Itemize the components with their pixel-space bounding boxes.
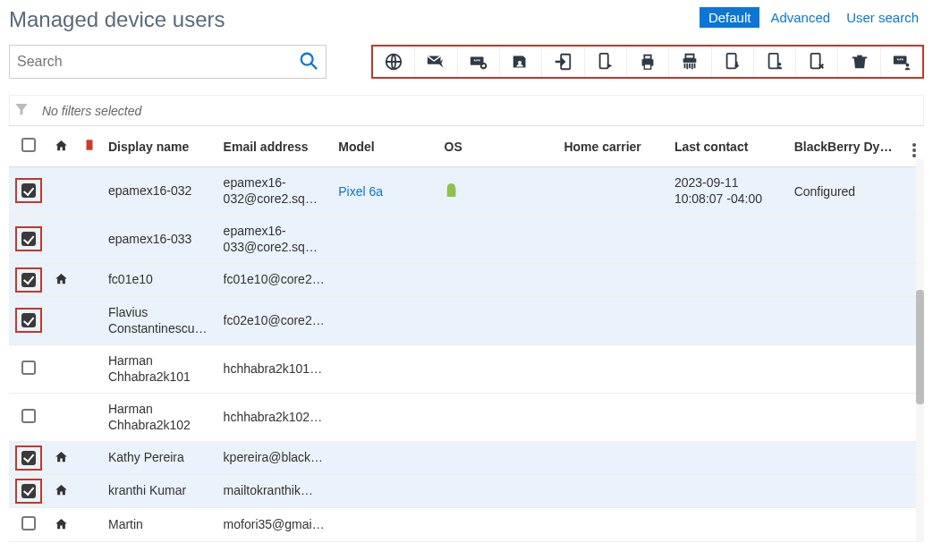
email-address: mailtokranthik… (224, 483, 328, 499)
svg-text:***: *** (473, 58, 480, 64)
home-icon (55, 452, 68, 466)
table-row[interactable]: Flavius Constantinescu…fc02e10@core2… (9, 297, 924, 345)
svg-point-0 (301, 53, 313, 64)
svg-rect-16 (811, 54, 820, 69)
row-checkbox[interactable] (21, 232, 36, 246)
display-name: Kathy Pereira (108, 450, 213, 466)
password-user-icon[interactable]: *** (881, 47, 922, 77)
send-email-icon[interactable] (415, 47, 457, 77)
row-checkbox[interactable] (21, 313, 36, 327)
trash-icon[interactable] (838, 47, 880, 77)
blackberry-status (789, 297, 904, 345)
scrollbar-thumb[interactable] (916, 290, 924, 404)
svg-rect-14 (769, 54, 778, 69)
svg-rect-11 (644, 64, 650, 70)
table-row[interactable]: kranthi Kumarmailtokranthik… (9, 475, 924, 508)
display-name: fc01e10 (108, 272, 213, 288)
column-email[interactable]: Email address (218, 126, 334, 167)
column-display-name[interactable]: Display name (103, 126, 218, 167)
filter-icon[interactable] (13, 101, 30, 120)
home-icon[interactable] (55, 140, 68, 155)
column-model[interactable]: Model (333, 126, 438, 167)
table-row[interactable]: Harman Chhabra2k102hchhabra2k102… (9, 394, 924, 442)
blackberry-status (789, 508, 904, 542)
svg-rect-13 (726, 54, 735, 69)
row-checkbox[interactable] (21, 361, 36, 375)
svg-point-20 (905, 64, 909, 67)
view-tabs: Default Advanced User search (700, 7, 924, 28)
table-row[interactable]: epamex16-033epamex16-033@core2.sq… (9, 216, 924, 264)
email-address: fc02e10@core2… (224, 313, 328, 329)
display-name: epamex16-033 (108, 232, 213, 248)
email-address: epamex16-032@core2.sq… (224, 175, 328, 207)
device-remove-icon[interactable] (796, 47, 838, 77)
table-row[interactable]: fc01e10fc01e10@core2… (9, 264, 924, 297)
home-carrier (558, 216, 669, 264)
device-download-icon[interactable] (712, 47, 754, 77)
svg-rect-21 (86, 140, 92, 150)
table-row[interactable]: epamex16-032epamex16-032@core2.sq…Pixel … (9, 167, 924, 216)
select-all-checkbox[interactable] (21, 138, 36, 152)
globe-icon[interactable] (373, 47, 415, 77)
filter-bar: No filters selected (9, 95, 924, 125)
search-icon[interactable] (299, 51, 318, 73)
action-toolbar: ****** (371, 45, 924, 79)
table-row[interactable]: Harman Chhabra2k101hchhabra2k101… (9, 345, 924, 394)
blackberry-status (789, 442, 904, 475)
alert-device-icon[interactable] (83, 141, 96, 156)
row-checkbox[interactable] (21, 451, 36, 465)
device-user-icon[interactable] (754, 47, 796, 77)
column-alert (75, 126, 103, 167)
display-name: kranthi Kumar (108, 483, 213, 499)
column-os[interactable]: OS (439, 126, 559, 167)
vertical-scrollbar[interactable] (916, 159, 924, 542)
row-checkbox[interactable] (21, 183, 36, 198)
home-carrier (558, 264, 669, 297)
display-name: Harman Chhabra2k102 (108, 402, 213, 433)
export-icon[interactable] (542, 47, 584, 77)
search-box[interactable] (9, 45, 327, 79)
svg-text:***: *** (896, 57, 903, 64)
table-row[interactable]: Martinmofori35@gmai… (9, 508, 924, 542)
email-address: hchhabra2k101… (224, 361, 328, 378)
blackberry-status (789, 394, 904, 442)
shred-icon[interactable] (669, 47, 711, 77)
svg-rect-17 (852, 57, 867, 59)
row-checkbox[interactable] (21, 516, 36, 530)
row-checkbox[interactable] (21, 484, 36, 498)
blackberry-status (789, 264, 904, 297)
home-carrier (558, 508, 669, 542)
column-carrier[interactable]: Home carrier (558, 126, 669, 167)
row-checkbox[interactable] (21, 273, 36, 287)
email-address: fc01e10@core2… (224, 272, 328, 288)
home-carrier (558, 394, 669, 442)
svg-line-1 (311, 63, 317, 68)
email-address: hchhabra2k102… (224, 410, 328, 426)
page-title: Managed device users (9, 7, 225, 32)
device-action-icon[interactable] (585, 47, 627, 77)
search-input[interactable] (13, 50, 299, 73)
display-name: Harman Chhabra2k101 (108, 353, 213, 385)
filter-text: No filters selected (42, 104, 141, 118)
display-name: Flavius Constantinescu… (108, 305, 213, 336)
column-home (47, 126, 75, 167)
svg-point-6 (518, 61, 522, 64)
svg-rect-10 (644, 55, 650, 60)
print-icon[interactable] (627, 47, 669, 77)
email-address: epamex16-033@core2.sq… (224, 224, 328, 255)
assign-group-icon[interactable] (500, 47, 542, 77)
tab-default[interactable]: Default (700, 7, 760, 28)
column-menu-icon[interactable] (912, 143, 916, 157)
column-blackberry[interactable]: BlackBerry Dyn… (789, 126, 904, 167)
row-checkbox[interactable] (21, 409, 36, 423)
svg-point-15 (778, 63, 782, 66)
home-carrier (558, 475, 669, 508)
table-row[interactable]: Kathy Pereirakpereira@black… (9, 442, 924, 475)
tab-advanced[interactable]: Advanced (765, 7, 835, 28)
column-last-contact[interactable]: Last contact (669, 126, 789, 167)
model-link[interactable]: Pixel 6a (338, 184, 383, 199)
tab-user-search[interactable]: User search (841, 7, 924, 28)
blackberry-status (789, 475, 904, 508)
set-password-icon[interactable]: *** (458, 47, 500, 77)
blackberry-status (789, 345, 904, 394)
